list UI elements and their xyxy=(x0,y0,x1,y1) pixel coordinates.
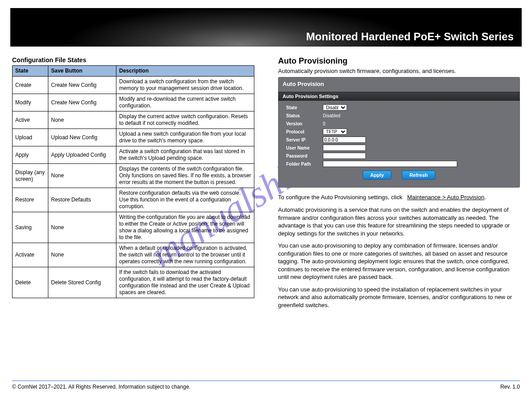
banner-title: Monitored Hardened PoE+ Switch Series xyxy=(306,30,514,43)
row-status: Status Disabled xyxy=(286,111,512,120)
table-row: ActiveNoneDisplay the current active swi… xyxy=(13,111,254,129)
body-text: Automatic provisioning is a service that… xyxy=(278,206,520,309)
banner: Monitored Hardened PoE+ Switch Series xyxy=(10,8,522,47)
table-row: UploadUpload New ConfigUpload a new swit… xyxy=(13,129,254,146)
row-serverip: Server IP xyxy=(286,136,512,144)
table-row: CreateCreate New ConfigDownload a switch… xyxy=(13,77,254,94)
protocol-select[interactable]: TFTP xyxy=(323,128,347,135)
col-desc: Description xyxy=(116,66,254,77)
left-column: Configuration File States State Save But… xyxy=(12,56,254,298)
serverip-input[interactable] xyxy=(323,137,366,143)
nav-instruction: To configure the Auto Provisioning setti… xyxy=(278,194,520,201)
col-button: Save Button xyxy=(48,66,116,77)
row-folder: Folder Path xyxy=(286,160,512,168)
label-folder: Folder Path xyxy=(286,162,323,167)
section-title: Auto Provisioning xyxy=(278,56,520,66)
label-state: State xyxy=(286,105,323,110)
config-states-table: State Save Button Description CreateCrea… xyxy=(12,65,254,298)
nav-path: Maintenance > Auto Provision xyxy=(407,194,484,201)
table-head: State Save Button Description xyxy=(13,66,254,77)
table-row: Display (any screen)NoneDisplays the con… xyxy=(13,164,254,188)
username-input[interactable] xyxy=(323,145,366,151)
label-serverip: Server IP xyxy=(286,137,323,142)
label-username: User Name xyxy=(286,146,323,150)
section-lead: Automatically provision switch firmware,… xyxy=(278,68,520,74)
right-column: Auto Provisioning Automatically provisio… xyxy=(278,56,520,314)
table-row: RestoreRestore DefaultsRestore configura… xyxy=(13,188,254,212)
para-2: You can use auto-provisioning to deploy … xyxy=(278,242,520,281)
row-password: Password xyxy=(286,152,512,160)
table-row: DeleteDelete Stored ConfigIf the switch … xyxy=(13,267,254,298)
label-status: Status xyxy=(286,113,323,118)
panel-title: Auto Provision xyxy=(278,77,520,92)
panel-buttons: Apply Refresh xyxy=(286,168,512,183)
row-state: State Disable xyxy=(286,103,512,111)
apply-button[interactable]: Apply xyxy=(363,171,392,180)
table-row: SavingNoneWriting the configuration file… xyxy=(13,212,254,243)
value-status: Disabled xyxy=(323,113,340,118)
row-version: Version 0 xyxy=(286,120,512,128)
panel-subtitle: Auto Provision Settings xyxy=(278,92,520,101)
row-username: User Name xyxy=(286,144,512,152)
table-row: ActivateNoneWhen a default or uploaded c… xyxy=(13,243,254,267)
label-password: Password xyxy=(286,154,323,158)
para-3: You can use auto-provisioning to speed t… xyxy=(278,286,520,309)
state-select[interactable]: Disable xyxy=(323,104,347,111)
folder-input[interactable] xyxy=(323,161,457,167)
refresh-button[interactable]: Refresh xyxy=(402,171,435,180)
auto-provision-panel: Auto Provision Auto Provision Settings S… xyxy=(278,77,520,188)
table-body: CreateCreate New ConfigDownload a switch… xyxy=(13,77,254,298)
col-state: State xyxy=(13,66,48,77)
label-version: Version xyxy=(286,121,323,126)
table-row: ModifyCreate New ConfigModify and re-dow… xyxy=(13,94,254,111)
para-1: Automatic provisioning is a service that… xyxy=(278,206,520,237)
table-heading: Configuration File States xyxy=(12,56,254,64)
password-input[interactable] xyxy=(323,153,366,159)
value-version: 0 xyxy=(323,121,326,126)
row-protocol: Protocol TFTP xyxy=(286,128,512,136)
panel-form: State Disable Status Disabled Version 0 … xyxy=(278,101,520,188)
table-row: ApplyApply Uploaded ConfigActivate a swi… xyxy=(13,146,254,164)
footer-rule xyxy=(12,381,520,381)
footer-left: © ComNet 2017–2021. All Rights Reserved.… xyxy=(12,384,190,390)
footer-right: Rev. 1.0 xyxy=(500,384,520,390)
label-protocol: Protocol xyxy=(286,129,323,134)
